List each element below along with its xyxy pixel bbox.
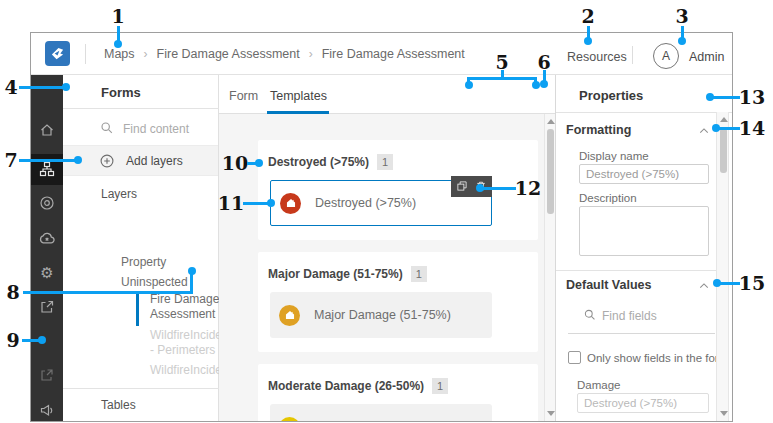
home-icon[interactable] [39,122,55,138]
breadcrumb-map-name[interactable]: Fire Damage Assessment [157,47,300,61]
template-count-badge: 1 [377,154,393,170]
forms-builder-icon[interactable] [39,161,55,177]
callout-7: 7 [4,151,17,170]
template-group-title: Major Damage (51-75%) [268,267,403,281]
app-header: Maps › Fire Damage Assessment › Fire Dam… [31,33,732,75]
callout-line [190,273,193,291]
breadcrumb-maps[interactable]: Maps [104,47,135,61]
resources-link[interactable]: Resources [567,50,627,64]
only-show-fields-checkbox[interactable] [568,351,581,364]
callout-dot [465,81,473,89]
template-group-title: Destroyed (>75%) [268,155,369,169]
header-divider [632,46,633,64]
open-in-new-icon[interactable] [39,367,55,383]
callout-dot [267,199,275,207]
template-item-label: Destroyed (>75%) [315,196,416,210]
damage-field-label: Damage [577,379,620,391]
template-item-major[interactable]: Major Damage (51-75%) [270,292,492,338]
app-logo-icon[interactable] [45,41,70,66]
template-group-title: Moderate Damage (26-50%) [268,379,424,393]
template-group-major: Major Damage (51-75%) 1 Major Damage (51… [258,252,538,352]
template-count-badge: 1 [432,378,448,394]
tables-section-header[interactable]: Tables [101,398,136,412]
callout-dot [114,40,122,48]
breadcrumb-separator-icon: › [144,47,148,61]
gear-glyph: ⚙ [40,265,53,280]
description-input[interactable] [579,206,709,256]
callout-dot [74,156,82,164]
display-name-input[interactable] [579,164,709,184]
callout-5: 5 [495,53,508,72]
tab-form[interactable]: Form [229,89,258,103]
callout-2: 2 [581,7,594,26]
layers-section-header[interactable]: Layers [101,187,137,201]
callout-dot [38,336,46,344]
callout-line [720,282,740,285]
selected-layer-accent [136,294,139,326]
scrollbar-thumb[interactable] [547,129,554,214]
callout-line [19,86,65,89]
chevron-up-icon[interactable] [699,127,709,135]
callout-dot [540,80,548,88]
share-icon[interactable] [39,299,55,315]
search-icon [584,309,597,322]
callout-line [23,291,193,294]
tab-templates[interactable]: Templates [270,89,327,103]
description-label: Description [579,192,637,204]
nav-sidebar: ⚙ » [31,75,63,421]
templates-panel: Form Templates ↶ ↷ Destroyed (>75%) 1 De… [219,75,556,421]
only-show-fields-label: Only show fields in the form [587,352,728,364]
properties-scrollbar[interactable] [716,112,729,421]
find-fields-input[interactable]: Find fields [602,309,657,323]
properties-panel-title: Properties [579,88,643,103]
header-divider [85,44,86,64]
scrollbar-thumb[interactable] [720,128,727,173]
scroll-up-arrow[interactable] [547,119,555,124]
chevron-up-icon[interactable] [699,282,709,290]
scroll-down-arrow[interactable] [547,411,555,416]
layer-item-wildfire-incidents[interactable]: WildfireIncidents [150,363,230,378]
template-item-label: Moderate Damage (26-50%) [314,420,472,422]
callout-dot [678,37,686,45]
announcements-icon[interactable] [39,402,55,418]
duplicate-icon[interactable] [456,178,468,196]
default-values-section-header[interactable]: Default Values [566,278,651,292]
template-item-destroyed[interactable]: Destroyed (>75%) [270,180,492,226]
callout-14: 14 [739,119,765,138]
scroll-up-arrow[interactable] [720,117,728,122]
callout-15: 15 [739,274,765,293]
layer-item-property[interactable]: Property [121,255,166,269]
callout-dot [584,37,592,45]
callout-8: 8 [6,283,19,302]
forms-panel-title: Forms [101,85,141,100]
add-layers-button[interactable]: Add layers [63,145,218,176]
settings-gear-icon[interactable]: ⚙ [40,265,53,280]
template-item-moderate[interactable]: Moderate Damage (26-50%) [270,404,492,422]
template-count-badge: 1 [411,266,427,282]
editor-tab-bar: Form Templates ↶ ↷ [219,75,556,114]
avatar[interactable]: A [653,43,679,69]
offline-cloud-icon[interactable] [39,230,56,247]
find-content-input[interactable]: Find content [123,122,189,136]
active-tab-underline [267,111,329,114]
add-layers-label: Add layers [126,154,183,168]
callout-9: 9 [6,331,19,350]
user-menu[interactable]: Admin [689,50,724,64]
layer-item-wildfire-perimeters[interactable]: WildfireIncidents - Perimeters [150,328,222,358]
geofence-icon[interactable] [39,195,55,211]
callout-dot [62,83,70,91]
layer-item-uninspected[interactable]: Uninspected [121,275,188,289]
breadcrumb: Maps › Fire Damage Assessment › Fire Dam… [104,47,465,61]
callout-line [713,96,740,99]
template-group-destroyed: Destroyed (>75%) 1 Destroyed (>75%) [258,140,538,240]
plus-circle-icon [100,154,115,169]
scroll-down-arrow[interactable] [720,411,728,416]
formatting-section-header[interactable]: Formatting [566,123,631,137]
template-group-moderate: Moderate Damage (26-50%) 1 Moderate Dama… [258,364,538,422]
damage-field-value[interactable] [577,393,709,413]
layer-item-fire-damage-assessment[interactable]: Fire Damage Assessment [150,292,228,322]
breadcrumb-separator-icon: › [309,47,313,61]
callout-12: 12 [515,179,541,198]
app-window: Maps › Fire Damage Assessment › Fire Dam… [30,32,733,422]
callout-line [19,159,76,162]
